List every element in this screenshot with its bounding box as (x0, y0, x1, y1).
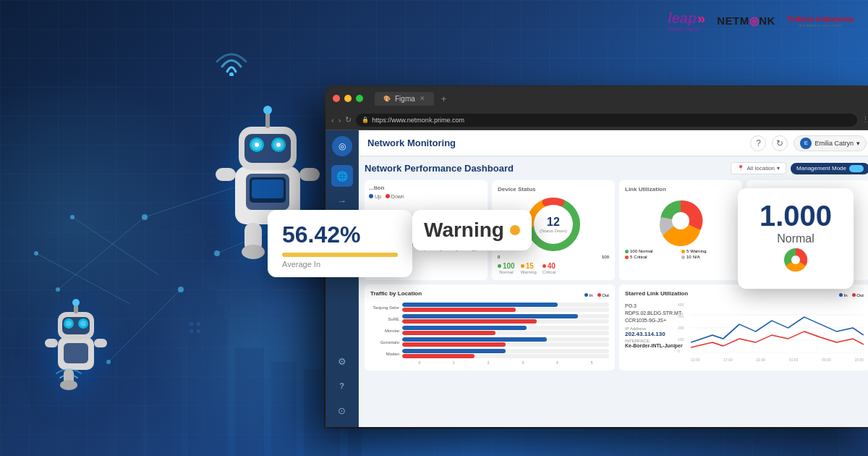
critical-label: Critical (542, 270, 556, 274)
sidebar-item-settings[interactable]: ⚙ (331, 350, 353, 372)
svg-point-66 (66, 321, 72, 326)
nav-refresh-button[interactable]: ↻ (345, 115, 352, 124)
browser-more-button[interactable]: ⋮ (861, 115, 868, 124)
location-filter[interactable]: 📍 All location ▾ (731, 162, 786, 174)
svg-rect-70 (45, 339, 58, 347)
device-range: 0 100 (498, 255, 609, 259)
starred-legend: In Out (839, 293, 864, 297)
browser-dot-green[interactable] (356, 95, 363, 102)
traffic-title: Traffic by Location (370, 290, 422, 297)
address-bar[interactable]: 🔒 https://www.netmonk.prime.com (356, 114, 857, 127)
help-button[interactable]: ? (750, 135, 766, 151)
sidebar-logo[interactable]: ◎ (332, 136, 352, 156)
refresh-icon: ↻ (776, 138, 783, 148)
warning-status: 15 Warning (521, 262, 537, 274)
svg-point-32 (142, 214, 148, 220)
warning-text: Warning (424, 219, 504, 242)
nav-forward-button[interactable]: › (339, 116, 341, 124)
leap-logo: leap » Telkom Digital (668, 10, 705, 32)
browser-tab[interactable]: 🎨 Figma ✕ (375, 92, 434, 106)
link-utilization-card: Link Utilization (619, 180, 742, 280)
device-subtitle: (Status Down) (540, 229, 567, 233)
link-util-title: Link Utilization (625, 186, 736, 193)
location-text: All location (746, 165, 775, 172)
user-badge[interactable]: E Emilia Catryn ▾ (793, 135, 867, 151)
svg-point-50 (255, 143, 259, 147)
top-nav: Network Monitoring ? ↻ E Emilia Catryn ▾ (359, 130, 868, 156)
telkom-subtext: the world in your hand (799, 23, 841, 28)
floating-warning-card: Warning (412, 210, 532, 250)
percent-bar (282, 253, 398, 257)
traffic-bar-morotai: Morotai (370, 326, 609, 335)
browser-dot-yellow[interactable] (344, 95, 352, 102)
svg-rect-71 (94, 339, 107, 347)
netmonk-logo: NETM◎NK (717, 14, 775, 28)
svg-point-35 (178, 287, 184, 292)
lu-warning-count: 5 (686, 249, 689, 253)
svg-point-80 (672, 212, 689, 229)
device-count: 12 (540, 216, 567, 229)
dashboard-header: Network Performance Dashboard 📍 All loca… (365, 162, 868, 174)
svg-point-36 (34, 251, 38, 256)
location-dropdown-icon: ▾ (777, 165, 780, 172)
address-bar-row: ‹ › ↻ 🔒 https://www.netmonk.prime.com ⋮ (326, 110, 868, 130)
telkom-text: Telkom Indonesia (787, 14, 854, 23)
svg-line-25 (58, 217, 145, 290)
lu-na-label: N/A (693, 255, 700, 259)
svg-point-31 (56, 287, 60, 292)
new-tab-button[interactable]: + (441, 93, 447, 104)
line-chart-svg (691, 303, 864, 353)
connection-title: ...tion (369, 185, 483, 191)
app-title: Network Monitoring (367, 138, 744, 148)
starred-title: Starred Link Utilization (625, 290, 688, 297)
link-pie-chart (655, 195, 706, 246)
device-status-title: Device Status (498, 186, 609, 193)
browser-dot-red[interactable] (333, 95, 340, 102)
toggle-switch[interactable] (849, 165, 864, 172)
traffic-location-card: Traffic by Location In Out Tanjung Selor (365, 284, 615, 371)
svg-point-37 (70, 215, 75, 219)
svg-line-27 (109, 290, 181, 362)
lu-warning-label: Warning (690, 249, 706, 253)
y-axis: 400 300 200 100 0 (678, 303, 684, 353)
traffic-bar-modan: Modan (370, 349, 609, 358)
sidebar-item-globe[interactable]: 🌐 (331, 165, 353, 187)
top-nav-icons: ? ↻ E Emilia Catryn ▾ (750, 135, 867, 151)
sidebar-item-monitor[interactable]: ⊙ (331, 400, 353, 421)
logos-bar: leap » Telkom Digital NETM◎NK Telkom Ind… (668, 10, 854, 32)
nav-back-button[interactable]: ‹ (331, 116, 334, 124)
lu-critical-label: Critical (634, 255, 647, 259)
device-status-counts: 100 Normal 15 Warning (498, 262, 609, 274)
sidebar-item-help[interactable]: ? (331, 375, 353, 397)
tab-close[interactable]: ✕ (420, 95, 425, 102)
svg-point-69 (72, 299, 80, 306)
lu-normal-count: 100 (630, 249, 637, 253)
traffic-legend: In Out (584, 293, 609, 297)
normal-mini-chart (774, 245, 817, 274)
connection-legend: Up Down (369, 194, 483, 199)
warning-dot (510, 225, 520, 235)
tab-label: Figma (395, 95, 415, 103)
svg-rect-52 (265, 112, 270, 128)
donut-center: 12 (Status Down) (540, 216, 567, 233)
critical-status: 40 Critical (542, 262, 556, 274)
sidebar-item-arrow[interactable]: → (331, 190, 353, 211)
link-util-legend: 100 Normal 5 Warning 5 (625, 249, 736, 259)
browser-chrome: 🎨 Figma ✕ + (326, 87, 868, 110)
sidebar: ◎ 🌐 → ≡ ⚙ ? ⊙ (326, 130, 359, 427)
floating-percent-card: 56.42% Average In (268, 210, 412, 277)
user-name: Emilia Catryn (814, 140, 854, 147)
svg-point-74 (60, 380, 77, 390)
normal-label: Normal (752, 232, 839, 245)
normal-status: 100 Normal (498, 262, 515, 274)
device-donut: 12 (Status Down) (524, 195, 582, 253)
normal-label: Normal (498, 270, 515, 274)
refresh-button[interactable]: ↻ (772, 135, 788, 151)
mode-toggle[interactable]: Management Mode (791, 163, 868, 174)
location-icon: 📍 (737, 165, 744, 172)
legend-down: Down (386, 194, 404, 199)
lu-critical-count: 5 (630, 255, 632, 259)
wifi-signal (210, 40, 253, 83)
svg-point-39 (229, 72, 234, 76)
svg-point-88 (791, 256, 800, 264)
